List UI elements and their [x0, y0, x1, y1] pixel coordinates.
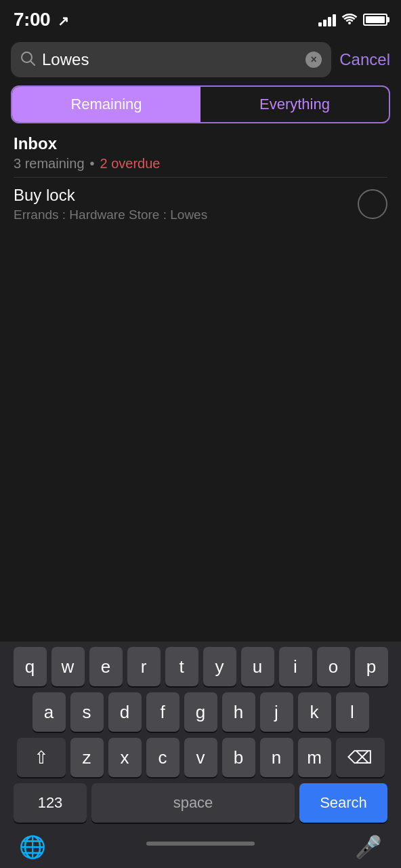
key-t[interactable]: t	[165, 647, 198, 686]
inbox-title: Inbox	[14, 134, 387, 153]
key-n[interactable]: n	[260, 738, 293, 777]
keyboard-bottom: 🌐 🎤	[3, 829, 398, 868]
key-i[interactable]: i	[279, 647, 312, 686]
task-title: Buy lock	[14, 186, 358, 205]
key-y[interactable]: y	[203, 647, 236, 686]
key-l[interactable]: l	[336, 692, 369, 732]
task-item: Buy lock Errands : Hardware Store : Lowe…	[14, 177, 387, 231]
key-s[interactable]: s	[70, 692, 104, 732]
inbox-overdue-count: 2 overdue	[100, 156, 161, 172]
task-info: Buy lock Errands : Hardware Store : Lowe…	[14, 186, 358, 222]
clear-button[interactable]: ×	[305, 52, 322, 68]
inbox-meta: 3 remaining • 2 overdue	[14, 156, 387, 172]
search-icon	[20, 51, 35, 69]
key-e[interactable]: e	[89, 647, 123, 686]
key-g[interactable]: g	[184, 692, 217, 732]
filter-tabs: Remaining Everything	[11, 85, 390, 123]
task-path: Errands : Hardware Store : Lowes	[14, 208, 358, 222]
search-key[interactable]: Search	[299, 783, 387, 823]
keyboard-row-3: ⇧ z x c v b n m ⌫	[3, 738, 398, 777]
inbox-remaining-count: 3 remaining	[14, 156, 85, 172]
key-a[interactable]: a	[33, 692, 66, 732]
key-q[interactable]: q	[14, 647, 47, 686]
wifi-icon	[341, 12, 358, 28]
microphone-icon[interactable]: 🎤	[355, 834, 382, 860]
key-z[interactable]: z	[70, 738, 104, 777]
task-complete-button[interactable]	[358, 189, 387, 219]
key-m[interactable]: m	[298, 738, 331, 777]
keyboard: q w e r t y u i o p a s d f g h j k l ⇧ …	[0, 642, 401, 868]
search-container: Lowes × Cancel	[0, 37, 401, 83]
key-j[interactable]: j	[260, 692, 293, 732]
time-display: 7:00	[14, 9, 50, 30]
space-key[interactable]: space	[91, 783, 295, 823]
key-d[interactable]: d	[108, 692, 142, 732]
status-time: 7:00 ↗	[14, 9, 69, 31]
dot-separator: •	[90, 156, 95, 172]
status-icons	[318, 12, 387, 28]
key-x[interactable]: x	[108, 738, 142, 777]
battery-icon	[363, 14, 387, 26]
key-v[interactable]: v	[184, 738, 217, 777]
key-w[interactable]: w	[51, 647, 85, 686]
cancel-button[interactable]: Cancel	[339, 50, 390, 69]
key-f[interactable]: f	[146, 692, 180, 732]
content-area: Inbox 3 remaining • 2 overdue Buy lock E…	[0, 123, 401, 241]
globe-icon[interactable]: 🌐	[19, 834, 46, 860]
key-u[interactable]: u	[241, 647, 274, 686]
shift-key[interactable]: ⇧	[17, 738, 66, 777]
signal-icon	[318, 13, 336, 26]
key-b[interactable]: b	[222, 738, 255, 777]
home-indicator	[46, 842, 355, 852]
key-p[interactable]: p	[355, 647, 388, 686]
location-icon: ↗	[58, 14, 69, 28]
home-bar	[146, 842, 255, 846]
keyboard-row-2: a s d f g h j k l	[3, 692, 398, 732]
tab-everything[interactable]: Everything	[200, 87, 389, 122]
inbox-section: Inbox 3 remaining • 2 overdue	[14, 134, 387, 172]
svg-line-1	[30, 61, 35, 65]
numbers-key[interactable]: 123	[14, 783, 87, 823]
key-c[interactable]: c	[146, 738, 180, 777]
keyboard-row-1: q w e r t y u i o p	[3, 647, 398, 686]
keyboard-row-4: 123 space Search	[3, 783, 398, 823]
key-k[interactable]: k	[298, 692, 331, 732]
search-input-text[interactable]: Lowes	[42, 50, 299, 69]
tab-remaining[interactable]: Remaining	[12, 87, 200, 122]
backspace-key[interactable]: ⌫	[336, 738, 385, 777]
key-r[interactable]: r	[127, 647, 161, 686]
search-box[interactable]: Lowes ×	[11, 42, 331, 77]
key-o[interactable]: o	[317, 647, 350, 686]
status-bar: 7:00 ↗	[0, 0, 401, 37]
key-h[interactable]: h	[222, 692, 255, 732]
